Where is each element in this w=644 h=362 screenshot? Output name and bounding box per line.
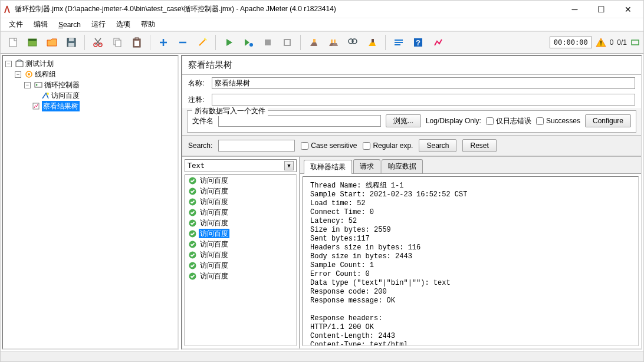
svg-rect-12 (134, 41, 139, 46)
svg-rect-22 (395, 40, 403, 41)
tree-testplan[interactable]: 测试计划 (25, 58, 54, 69)
regular-exp-checkbox[interactable]: Regular exp. (363, 141, 413, 150)
svg-point-13 (249, 43, 253, 47)
tree-panel[interactable]: − 测试计划 − 线程组 − 循环控制器 访问百度 (2, 55, 179, 350)
result-item[interactable]: 访问百度 (185, 249, 296, 260)
shutdown-icon[interactable] (278, 34, 296, 51)
result-item[interactable]: 访问百度 (185, 196, 296, 207)
svg-point-33 (47, 93, 49, 95)
success-icon (189, 251, 196, 259)
clear-icon[interactable] (305, 34, 323, 51)
help-icon[interactable]: ? (409, 34, 427, 51)
svg-rect-29 (16, 61, 23, 67)
renderer-combo[interactable]: Text ▼ (185, 159, 297, 172)
success-icon (189, 241, 196, 248)
svg-rect-21 (372, 39, 374, 42)
svg-rect-17 (331, 40, 333, 43)
search-button[interactable]: Search (419, 139, 456, 152)
result-item[interactable]: 访问百度 (185, 239, 296, 249)
reset-search-icon[interactable] (363, 34, 381, 51)
start-no-pause-icon[interactable] (239, 34, 257, 51)
templates-icon[interactable] (24, 34, 41, 51)
menu-file[interactable]: 文件 (4, 18, 28, 31)
paste-icon[interactable] (128, 34, 146, 51)
close-button[interactable]: ✕ (615, 1, 641, 18)
name-label: 名称: (188, 78, 208, 88)
tree-result-tree[interactable]: 察看结果树 (42, 101, 80, 111)
cut-icon[interactable] (89, 34, 107, 51)
tree-toggle[interactable]: − (15, 71, 21, 78)
svg-rect-0 (9, 38, 17, 47)
thread-icon (630, 38, 640, 47)
save-icon[interactable] (63, 34, 80, 51)
search-label: Search: (188, 141, 212, 150)
open-icon[interactable] (43, 34, 61, 51)
tab-sampler-result[interactable]: 取样器结果 (304, 160, 352, 174)
listener-icon (32, 102, 40, 110)
minimize-button[interactable]: ─ (561, 1, 588, 18)
success-icon (189, 219, 196, 227)
tree-http-sampler[interactable]: 访问百度 (51, 90, 80, 101)
stop-icon[interactable] (259, 34, 277, 51)
result-item[interactable]: 访问百度 (185, 175, 296, 186)
name-input[interactable] (212, 77, 635, 89)
result-item-label: 访问百度 (199, 271, 229, 281)
svg-rect-4 (69, 38, 74, 41)
result-item[interactable]: 访问百度 (185, 186, 296, 196)
case-sensitive-checkbox[interactable]: Case sensitive (301, 141, 357, 150)
result-item[interactable]: 访问百度 (185, 260, 296, 271)
result-item[interactable]: 访问百度 (185, 207, 296, 218)
result-item[interactable]: 访问百度 (185, 271, 296, 281)
configure-button[interactable]: Configure (585, 114, 631, 127)
search-input[interactable] (218, 140, 295, 152)
menu-edit[interactable]: 编辑 (29, 18, 52, 31)
svg-rect-16 (313, 39, 316, 42)
success-icon (189, 209, 196, 216)
result-item-label: 访问百度 (199, 208, 229, 217)
start-icon[interactable] (220, 34, 238, 51)
errors-only-checkbox[interactable]: 仅日志错误 (486, 116, 531, 126)
filename-input[interactable] (218, 115, 381, 127)
result-list[interactable]: 访问百度访问百度访问百度访问百度访问百度访问百度访问百度访问百度访问百度访问百度 (185, 175, 297, 346)
tab-response-data[interactable]: 响应数据 (382, 159, 423, 173)
remove-icon[interactable] (174, 34, 192, 51)
thread-counter: 0/1 (617, 38, 627, 47)
success-icon (189, 262, 196, 269)
tree-toggle[interactable]: − (24, 82, 31, 88)
function-helper-icon[interactable] (390, 34, 408, 51)
successes-checkbox[interactable]: Successes (536, 117, 580, 125)
new-icon[interactable] (4, 34, 22, 51)
copy-icon[interactable] (109, 34, 126, 51)
file-group-legend: 所有数据写入一个文件 (192, 106, 268, 116)
chevron-down-icon: ▼ (284, 161, 294, 170)
add-icon[interactable] (155, 34, 172, 51)
result-item-label: 访问百度 (199, 261, 229, 270)
menu-search[interactable]: Search (54, 19, 86, 30)
result-item-label: 访问百度 (199, 218, 229, 228)
report-icon[interactable] (429, 34, 446, 51)
clear-all-icon[interactable] (324, 34, 342, 51)
filename-label: 文件名 (192, 116, 213, 126)
reset-button[interactable]: Reset (462, 139, 496, 152)
find-icon[interactable] (344, 34, 362, 51)
details-text[interactable]: Thread Name: 线程组 1-1 Sample Start: 2021-… (303, 176, 639, 346)
menu-help[interactable]: 帮助 (136, 18, 160, 31)
svg-rect-9 (116, 40, 121, 47)
result-item[interactable]: 访问百度 (185, 228, 296, 239)
comment-input[interactable] (212, 94, 635, 106)
tab-request[interactable]: 请求 (353, 159, 380, 173)
svg-text:?: ? (416, 38, 420, 47)
browse-button[interactable]: 浏览... (386, 114, 421, 127)
menubar: 文件 编辑 Search 运行 选项 帮助 (1, 18, 643, 31)
tree-threadgroup[interactable]: 线程组 (35, 69, 56, 80)
menu-run[interactable]: 运行 (87, 18, 110, 31)
tree-loopcontroller[interactable]: 循环控制器 (44, 80, 80, 90)
result-item[interactable]: 访问百度 (185, 218, 296, 228)
result-item-label: 访问百度 (199, 197, 229, 206)
svg-rect-2 (28, 39, 37, 41)
wand-icon[interactable] (193, 34, 211, 51)
tree-toggle[interactable]: − (5, 61, 12, 67)
maximize-button[interactable]: ☐ (588, 1, 615, 18)
menu-options[interactable]: 选项 (111, 18, 135, 31)
controller-icon (34, 81, 42, 89)
